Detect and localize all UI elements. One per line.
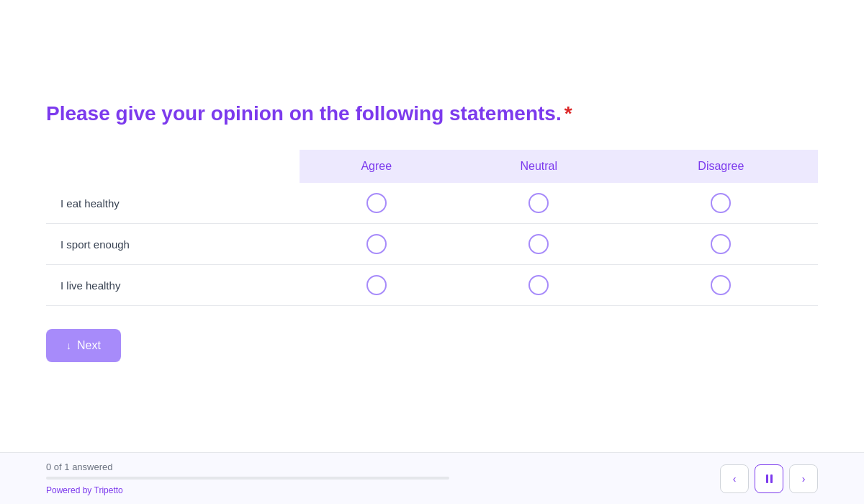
required-asterisk: * xyxy=(564,102,572,125)
matrix-table: Agree Neutral Disagree I eat healthy I s… xyxy=(46,150,818,306)
row-label-header xyxy=(46,150,300,183)
radio-0-agree[interactable] xyxy=(366,193,387,213)
cell-1-disagree xyxy=(624,224,818,265)
radio-1-neutral[interactable] xyxy=(528,234,549,254)
powered-by: Powered by Tripetto xyxy=(46,485,449,495)
cell-0-agree xyxy=(300,183,454,224)
pause-icon xyxy=(766,474,773,483)
powered-by-prefix: Powered by xyxy=(46,485,94,495)
radio-1-disagree[interactable] xyxy=(711,234,731,254)
nav-next-button[interactable]: › xyxy=(789,464,818,493)
next-icon: ↓ xyxy=(66,340,71,351)
footer: 0 of 1 answered Powered by Tripetto ‹ › xyxy=(0,452,864,504)
footer-left: 0 of 1 answered Powered by Tripetto xyxy=(46,462,449,495)
column-neutral: Neutral xyxy=(454,150,624,183)
radio-2-disagree[interactable] xyxy=(711,275,731,295)
radio-1-agree[interactable] xyxy=(366,234,387,254)
cell-2-neutral xyxy=(454,265,624,306)
question-title-text: Please give your opinion on the followin… xyxy=(46,102,562,125)
cell-2-disagree xyxy=(624,265,818,306)
row-label-1: I sport enough xyxy=(46,224,300,265)
radio-0-neutral[interactable] xyxy=(528,193,549,213)
nav-pause-button[interactable] xyxy=(755,464,783,493)
column-agree: Agree xyxy=(300,150,454,183)
main-content: Please give your opinion on the followin… xyxy=(0,0,864,362)
cell-1-neutral xyxy=(454,224,624,265)
pause-bar-1 xyxy=(766,474,768,483)
column-disagree: Disagree xyxy=(624,150,818,183)
chevron-right-icon: › xyxy=(802,473,806,485)
chevron-left-icon: ‹ xyxy=(733,473,737,485)
table-row: I eat healthy xyxy=(46,183,818,224)
question-title: Please give your opinion on the followin… xyxy=(46,101,818,127)
cell-2-agree xyxy=(300,265,454,306)
pause-bar-2 xyxy=(770,474,773,483)
powered-by-brand: Tripetto xyxy=(94,485,123,495)
table-row: I live healthy xyxy=(46,265,818,306)
table-row: I sport enough xyxy=(46,224,818,265)
nav-controls: ‹ › xyxy=(720,464,818,493)
next-button[interactable]: ↓ Next xyxy=(46,329,121,362)
answered-count: 0 of 1 answered xyxy=(46,462,449,472)
radio-2-neutral[interactable] xyxy=(528,275,549,295)
row-label-2: I live healthy xyxy=(46,265,300,306)
radio-0-disagree[interactable] xyxy=(711,193,731,213)
radio-2-agree[interactable] xyxy=(366,275,387,295)
next-button-label: Next xyxy=(77,339,101,352)
row-label-0: I eat healthy xyxy=(46,183,300,224)
cell-1-agree xyxy=(300,224,454,265)
cell-0-neutral xyxy=(454,183,624,224)
progress-bar-track xyxy=(46,477,449,480)
cell-0-disagree xyxy=(624,183,818,224)
nav-prev-button[interactable]: ‹ xyxy=(720,464,749,493)
